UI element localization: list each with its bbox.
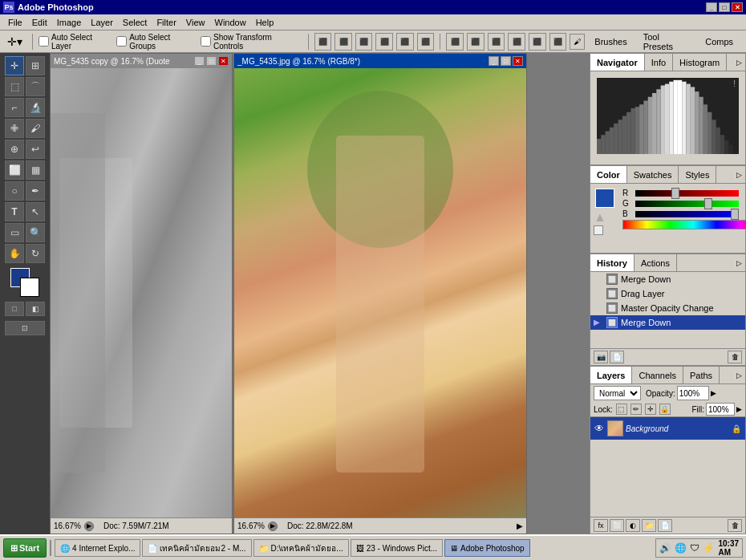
menu-filter[interactable]: Filter — [152, 17, 180, 28]
doc2-status-icon[interactable]: ▶ — [268, 521, 278, 531]
taskbar-ps[interactable]: 🖥 Adobe Photoshop — [444, 539, 530, 557]
align-middle-button[interactable]: ⬛ — [396, 33, 414, 51]
taskbar-ie[interactable]: 🌐 4 Internet Explo... — [55, 539, 140, 557]
layer-adjustment-button[interactable]: ◐ — [626, 519, 640, 532]
align-right-button[interactable]: ⬛ — [355, 33, 373, 51]
navigator-tab[interactable]: Navigator — [590, 54, 645, 71]
tray-icon-4[interactable]: ⚡ — [703, 542, 715, 554]
r-slider[interactable] — [635, 190, 739, 197]
taskbar-folder[interactable]: 📁 D:\เทคนิคผ้ามัดยอ... — [253, 539, 349, 557]
comps-tab[interactable]: Comps — [699, 35, 740, 48]
layer-new-button[interactable]: 📄 — [658, 519, 672, 532]
menu-image[interactable]: Image — [52, 17, 87, 28]
tool-presets-tab[interactable]: Tool Presets — [637, 30, 696, 53]
history-new-snapshot[interactable]: 📷 — [594, 351, 608, 363]
layer-group-button[interactable]: 📁 — [642, 519, 656, 532]
swatches-tab[interactable]: Swatches — [627, 166, 679, 183]
history-brush-tool[interactable]: ↩ — [26, 140, 45, 159]
history-tab[interactable]: History — [590, 254, 635, 271]
history-item-1[interactable]: ⬜ Merge Down — [590, 272, 745, 286]
menu-help[interactable]: Help — [251, 17, 279, 28]
fill-arrow[interactable]: ▶ — [736, 405, 742, 413]
opacity-arrow[interactable]: ▶ — [711, 389, 716, 397]
doc1-status-icon[interactable]: ▶ — [84, 521, 94, 531]
tray-icon-1[interactable]: 🔊 — [659, 542, 671, 554]
doc1-close[interactable]: ✕ — [218, 56, 229, 66]
menu-view[interactable]: View — [181, 17, 210, 28]
doc2-close[interactable]: ✕ — [513, 56, 523, 66]
layer-item-background[interactable]: 👁 Background 🔒 — [590, 417, 745, 440]
menu-file[interactable]: File — [3, 17, 27, 28]
color-tab[interactable]: Color — [590, 166, 627, 183]
background-color[interactable] — [20, 278, 39, 297]
tray-icon-2[interactable]: 🌐 — [675, 542, 687, 554]
lock-all-icon[interactable]: 🔒 — [659, 404, 671, 415]
dist-3-button[interactable]: ⬛ — [488, 33, 505, 51]
zoom-tool[interactable]: 🔍 — [26, 223, 45, 242]
layer-fx-button[interactable]: fx — [594, 519, 608, 532]
history-delete[interactable]: 🗑 — [728, 351, 742, 363]
doc2-maximize[interactable]: □ — [501, 56, 511, 66]
lock-transparent-icon[interactable]: ⬚ — [616, 404, 627, 415]
dist-4-button[interactable]: ⬛ — [508, 33, 525, 51]
align-center-button[interactable]: ⬛ — [334, 33, 352, 51]
align-left-button[interactable]: ⬛ — [314, 33, 332, 51]
menu-select[interactable]: Select — [118, 17, 152, 28]
g-slider[interactable] — [635, 201, 739, 207]
eyedropper-tool[interactable]: 🔬 — [26, 98, 45, 117]
start-button[interactable]: ⊞ Start — [3, 538, 47, 558]
rotate-tool[interactable]: ↻ — [26, 244, 45, 263]
color-spectrum[interactable] — [622, 220, 746, 229]
history-item-3[interactable]: ⬜ Master Opacity Change — [590, 301, 745, 315]
taskbar-doc1[interactable]: 📄 เทคนิคผ้ามัดยอม2 - M... — [142, 539, 251, 557]
heal-tool[interactable]: ✙ — [5, 119, 24, 138]
lock-position-icon[interactable]: ✛ — [645, 404, 656, 415]
navigator-panel-close[interactable]: ▷ — [734, 58, 744, 67]
artboard-tool[interactable]: ⊞ — [26, 56, 45, 75]
history-item-4[interactable]: ▶ ⬜ Merge Down — [590, 315, 745, 330]
lock-image-icon[interactable]: ✏ — [630, 404, 642, 415]
histogram-tab[interactable]: Histogram — [673, 54, 727, 71]
eraser-tool[interactable]: ⬜ — [5, 160, 24, 180]
move-tool[interactable]: ✛ — [5, 56, 24, 75]
layer-delete-button[interactable]: 🗑 — [728, 519, 742, 532]
tray-icon-3[interactable]: 🛡 — [690, 542, 699, 554]
opacity-input[interactable] — [677, 386, 709, 400]
brush-tool[interactable]: 🖌 — [26, 119, 45, 138]
foreground-swatch[interactable] — [595, 189, 614, 208]
paths-tab[interactable]: Paths — [683, 367, 720, 383]
align-top-button[interactable]: ⬛ — [375, 33, 393, 51]
menu-edit[interactable]: Edit — [27, 17, 52, 28]
minimize-button[interactable]: _ — [706, 2, 717, 12]
doc1-maximize[interactable]: □ — [206, 56, 217, 66]
shape-tool[interactable]: ▭ — [5, 223, 24, 242]
history-panel-close[interactable]: ▷ — [734, 258, 744, 268]
layers-tab[interactable]: Layers — [590, 367, 632, 383]
screen-mode-button[interactable]: ⊡ — [5, 321, 45, 335]
color-panel-close[interactable]: ▷ — [734, 170, 744, 180]
brushes-tab[interactable]: Brushes — [588, 35, 633, 48]
dist-h-button[interactable]: ⬛ — [446, 33, 464, 51]
dist-v-button[interactable]: ⬛ — [467, 33, 484, 51]
menu-window[interactable]: Window — [210, 17, 251, 28]
type-tool[interactable]: T — [5, 202, 24, 221]
align-bottom-button[interactable]: ⬛ — [417, 33, 435, 51]
fill-input[interactable] — [706, 403, 735, 416]
rect-select-tool[interactable]: ⬚ — [5, 77, 24, 96]
show-transform-controls-checkbox[interactable] — [201, 36, 211, 47]
clone-tool[interactable]: ⊕ — [5, 140, 24, 159]
close-button[interactable]: ✕ — [732, 2, 743, 12]
auto-select-layer-checkbox[interactable] — [39, 36, 49, 47]
doc1-minimize[interactable]: _ — [194, 56, 205, 66]
actions-tab[interactable]: Actions — [635, 254, 677, 271]
dist-6-button[interactable]: ⬛ — [549, 33, 567, 51]
menu-layer[interactable]: Layer — [86, 17, 118, 28]
pen-tool[interactable]: ✒ — [26, 181, 45, 201]
taskbar-pics[interactable]: 🖼 23 - Windows Pict... — [351, 539, 443, 557]
crop-tool[interactable]: ⌐ — [5, 98, 24, 117]
dodge-tool[interactable]: ○ — [5, 181, 24, 201]
layer-mask-button[interactable]: ⬜ — [610, 519, 624, 532]
standard-mode[interactable]: □ — [5, 302, 24, 316]
b-slider[interactable] — [635, 211, 739, 217]
gradient-tool[interactable]: ▦ — [26, 160, 45, 180]
